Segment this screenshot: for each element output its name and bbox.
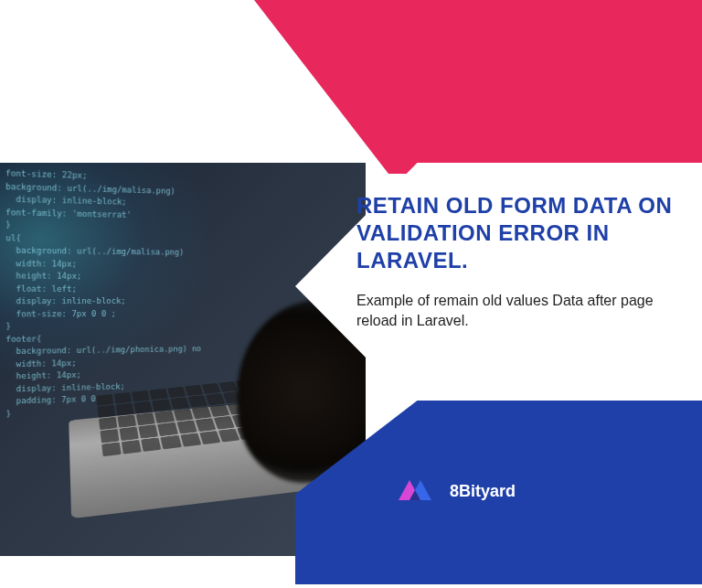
red-accent-shape — [254, 0, 702, 174]
brand-name: 8Bityard — [450, 482, 516, 501]
bottom-border — [0, 584, 702, 588]
brand-logo: 8Bityard — [393, 475, 516, 508]
logo-mark-icon — [393, 475, 437, 508]
code-snippet: font-size: 22px; background: url(../img/… — [5, 167, 204, 421]
main-heading: RETAIN OLD FORM DATA ON VALIDATION ERROR… — [356, 192, 676, 274]
promo-graphic: font-size: 22px; background: url(../img/… — [0, 0, 702, 588]
subtitle-text: Example of remain old values Data after … — [356, 291, 667, 332]
